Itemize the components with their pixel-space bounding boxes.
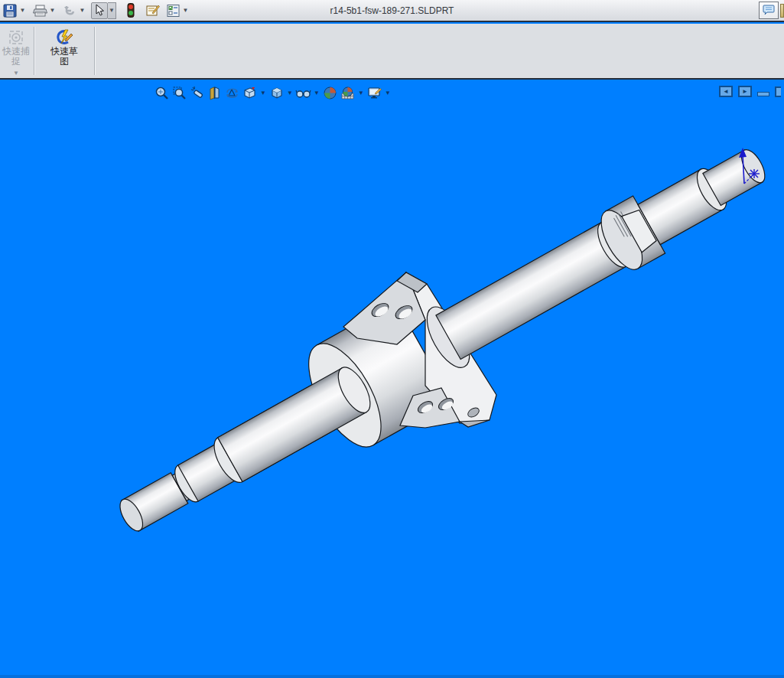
checklist-button[interactable] bbox=[164, 2, 181, 19]
quick-snaps-label: 快速捕捉 bbox=[1, 47, 31, 67]
print-button[interactable] bbox=[31, 2, 48, 19]
menu-toolbar: ▼ ▼ ▼ ▼ bbox=[0, 0, 784, 22]
cut-off-toolbar-icon[interactable] bbox=[780, 4, 784, 18]
save-icon bbox=[3, 4, 17, 18]
undo-button[interactable] bbox=[61, 2, 78, 19]
save-dropdown[interactable]: ▼ bbox=[18, 2, 27, 19]
hide-show-items-dropdown[interactable]: ▼ bbox=[312, 84, 321, 101]
edit-appearance-icon[interactable] bbox=[321, 84, 339, 101]
display-style-icon[interactable] bbox=[268, 84, 285, 101]
3d-drawing-view-icon[interactable] bbox=[223, 84, 241, 101]
note-icon bbox=[145, 4, 160, 18]
view-orientation-dropdown[interactable]: ▼ bbox=[259, 84, 268, 101]
comments-button[interactable] bbox=[759, 2, 779, 19]
hide-show-items-icon[interactable] bbox=[294, 84, 312, 101]
previous-view-icon[interactable] bbox=[188, 84, 206, 101]
zoom-to-area-icon[interactable] bbox=[171, 84, 188, 101]
checklist-icon bbox=[166, 4, 181, 18]
rapid-sketch-button[interactable]: 快速草图 bbox=[36, 24, 93, 78]
print-icon bbox=[33, 4, 47, 18]
note-button[interactable] bbox=[144, 2, 161, 19]
print-dropdown[interactable]: ▼ bbox=[48, 2, 57, 19]
comments-bubble-icon bbox=[762, 5, 776, 17]
toolbar-separator bbox=[34, 27, 34, 75]
quick-snaps-dropdown[interactable]: ▼ bbox=[13, 70, 19, 77]
heads-up-view-toolbar: ▼ ▼ ▼ ▼ ▼ bbox=[153, 84, 392, 101]
collapse-right-pane-button[interactable]: ► bbox=[738, 86, 752, 97]
quick-toolbar: 快速捕捉 ▼ 快速草图 bbox=[0, 24, 784, 80]
rapid-sketch-icon bbox=[55, 28, 73, 47]
view-settings-icon[interactable] bbox=[366, 84, 383, 101]
minimize-window-button[interactable] bbox=[757, 92, 769, 96]
ball-screw-model bbox=[0, 81, 784, 678]
collapse-left-pane-button[interactable]: ◄ bbox=[719, 86, 733, 97]
save-button[interactable] bbox=[2, 2, 18, 19]
apply-scene-icon[interactable] bbox=[339, 84, 356, 101]
pane-controls: ◄ ► bbox=[719, 86, 781, 97]
section-view-icon[interactable] bbox=[206, 84, 223, 101]
traffic-light-icon bbox=[127, 3, 135, 18]
display-style-dropdown[interactable]: ▼ bbox=[285, 84, 294, 101]
view-settings-dropdown[interactable]: ▼ bbox=[383, 84, 392, 101]
checklist-dropdown[interactable]: ▼ bbox=[181, 2, 190, 19]
viewport-bottom-edge bbox=[0, 675, 784, 678]
select-arrow-icon bbox=[93, 4, 106, 17]
view-orientation-icon[interactable] bbox=[241, 84, 259, 101]
rapid-sketch-label: 快速草图 bbox=[49, 47, 80, 67]
zoom-to-fit-icon[interactable] bbox=[153, 84, 171, 101]
quick-snaps-button[interactable]: 快速捕捉 ▼ bbox=[0, 24, 32, 78]
screw-shaft-right bbox=[436, 223, 626, 360]
select-button[interactable] bbox=[91, 2, 108, 19]
interference-button[interactable] bbox=[122, 2, 139, 19]
quick-snaps-icon bbox=[8, 28, 24, 47]
toolbar-separator bbox=[94, 27, 95, 75]
restore-window-button[interactable] bbox=[775, 86, 781, 97]
undo-icon bbox=[63, 4, 76, 18]
undo-dropdown[interactable]: ▼ bbox=[78, 2, 86, 19]
graphics-viewport[interactable]: ▼ ▼ ▼ ▼ ▼ ◄ ► bbox=[0, 81, 784, 678]
flange-bottom-chamfer bbox=[460, 420, 490, 427]
select-dropdown[interactable]: ▼ bbox=[108, 2, 116, 19]
apply-scene-dropdown[interactable]: ▼ bbox=[356, 84, 366, 101]
